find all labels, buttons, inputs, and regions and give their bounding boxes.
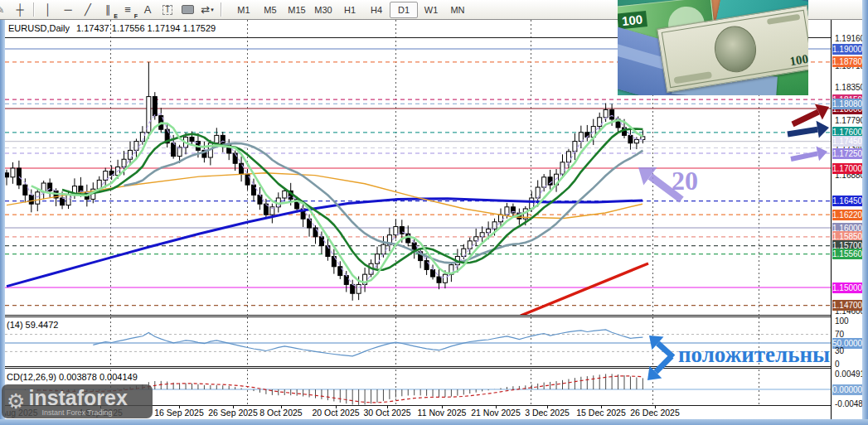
price-badge: 1.16220 xyxy=(832,210,862,220)
timeframe-w1-button[interactable]: W1 xyxy=(418,2,444,17)
horizontal-line-icon: ─ xyxy=(64,3,71,16)
instaforex-brand-text: instaforex xyxy=(28,388,127,408)
price-badge: 1.17450 xyxy=(832,136,862,147)
price-scale[interactable]: 1.191601.187101.183501.177901.173401.168… xyxy=(832,20,862,419)
text-button[interactable]: A xyxy=(138,2,158,18)
fibonacci-retracement-button[interactable]: ≡F xyxy=(118,2,138,18)
rsi-indicator-label: (14) 59.4472 xyxy=(7,320,58,330)
price-badge: 1.15000 xyxy=(832,283,862,293)
price-badge: 1.17000 xyxy=(832,163,862,174)
equidistant-channel-icon: ∥ xyxy=(105,3,111,16)
axis-tick-label: 100 xyxy=(835,316,849,326)
timeframe-m30-button[interactable]: M30 xyxy=(310,2,337,17)
symbol-label: EURUSD,Daily xyxy=(8,23,70,33)
clipped-tool-icon: ✎ xyxy=(0,3,4,16)
date-label: 15 Dec 2025 xyxy=(576,408,626,418)
window-frame-bottom xyxy=(0,419,868,425)
text-icon: A xyxy=(144,3,152,16)
panel-separator xyxy=(5,368,863,369)
shapes-icon xyxy=(182,5,194,14)
date-label: 30 Oct 2025 xyxy=(363,408,410,418)
clipped-tool-button[interactable]: ✎ xyxy=(0,2,10,18)
axis-tick-label: 0 xyxy=(835,360,840,369)
price-badge: 1.16450 xyxy=(832,196,862,206)
instaforex-watermark: ⚙ instaforex Instant Forex Trading xyxy=(2,384,153,418)
date-label: 26 Dec 2025 xyxy=(630,408,680,418)
price-badge: 1.14700 xyxy=(832,300,862,311)
timeframe-m15-button[interactable]: M15 xyxy=(284,2,310,17)
text-label-button[interactable]: T xyxy=(158,2,177,18)
axis-tick-label: 0.00491 xyxy=(835,369,865,379)
timeframe-m5-button[interactable]: M5 xyxy=(257,2,284,17)
chart-title: EURUSD,Daily1.17437 1.17556 1.17194 1.17… xyxy=(8,23,216,33)
date-label: 21 Nov 2025 xyxy=(471,408,521,418)
arrows-button[interactable]: ⇄▾ xyxy=(197,2,217,18)
ohlc-values: 1.17437 1.17556 1.17194 1.17529 xyxy=(76,23,216,33)
price-badge: 1.15560 xyxy=(832,249,862,259)
date-label: 11 Nov 2025 xyxy=(418,408,467,418)
text-label-icon: T xyxy=(162,5,172,15)
window-frame-left xyxy=(0,20,5,425)
vertical-line-icon: │ xyxy=(45,3,51,16)
equidistant-channel-button[interactable]: ∥E xyxy=(98,2,118,18)
date-label: 8 Oct 2025 xyxy=(259,408,302,418)
vertical-line-button[interactable]: │ xyxy=(38,2,58,18)
timeframe-h4-button[interactable]: H4 xyxy=(363,2,390,17)
date-label: 20 Oct 2025 xyxy=(312,408,359,418)
date-label: 26 Sep 2025 xyxy=(208,408,258,418)
panel-separator xyxy=(5,316,863,317)
fibonacci-retracement-icon: ≡ xyxy=(124,3,131,16)
trendline-icon: ╱ xyxy=(85,3,91,16)
panel-separator xyxy=(5,315,863,316)
dollar-100-label: 100 xyxy=(788,52,808,69)
price-badge: 1.18080 xyxy=(832,99,862,109)
date-label: 16 Sep 2025 xyxy=(154,408,204,418)
timeframe-d1-button[interactable]: D1 xyxy=(390,2,418,18)
euro-100-label: 100 xyxy=(618,11,647,30)
dropdown-caret-icon: ▾ xyxy=(211,7,214,13)
axis-tick-label: 1.17790 xyxy=(835,116,865,126)
crosshair-button[interactable]: ┼ xyxy=(10,2,30,18)
axis-tick-label: 1.18350 xyxy=(835,83,865,93)
axis-tick-label: 30 xyxy=(835,346,844,356)
mt4-terminal-window: ✎┼│─╱∥E≡FAT⇄▾ M1M5M15M30H1H4D1W1MN EURUS… xyxy=(0,0,868,425)
arrows-icon: ⇄ xyxy=(201,3,210,16)
horizontal-line-button[interactable]: ─ xyxy=(58,2,78,18)
timeframe-m1-button[interactable]: M1 xyxy=(230,2,257,17)
money-photo: 100 100 xyxy=(618,0,808,95)
timeframe-h1-button[interactable]: H1 xyxy=(337,2,363,17)
price-badge: 1.17250 xyxy=(832,148,862,159)
positive-note-annotation[interactable]: положительны xyxy=(678,342,830,368)
ma20-text-annotation[interactable]: 20 xyxy=(672,166,698,196)
drawing-tools-group: ✎┼│─╱∥E≡FAT⇄▾ xyxy=(2,2,225,18)
crosshair-icon: ┼ xyxy=(16,3,23,16)
macd-indicator-label: CD(12,26,9) 0.003878 0.004149 xyxy=(7,372,138,382)
price-badge: 1.19000 xyxy=(832,44,862,55)
timeframe-mn-button[interactable]: MN xyxy=(444,2,471,17)
price-badge: 0.000000 xyxy=(832,384,862,395)
shapes-button[interactable] xyxy=(177,2,197,18)
window-frame-right xyxy=(862,0,868,425)
price-badge: 1.18780 xyxy=(832,56,862,67)
instaforex-tagline: Instant Forex Trading xyxy=(2,408,153,417)
date-label: 3 Dec 2025 xyxy=(525,408,570,418)
timeframe-group: M1M5M15M30H1H4D1W1MN xyxy=(230,2,471,18)
toolbar-separator xyxy=(33,2,35,17)
trendline-button[interactable]: ╱ xyxy=(78,2,98,18)
toolbar-separator xyxy=(221,2,222,17)
